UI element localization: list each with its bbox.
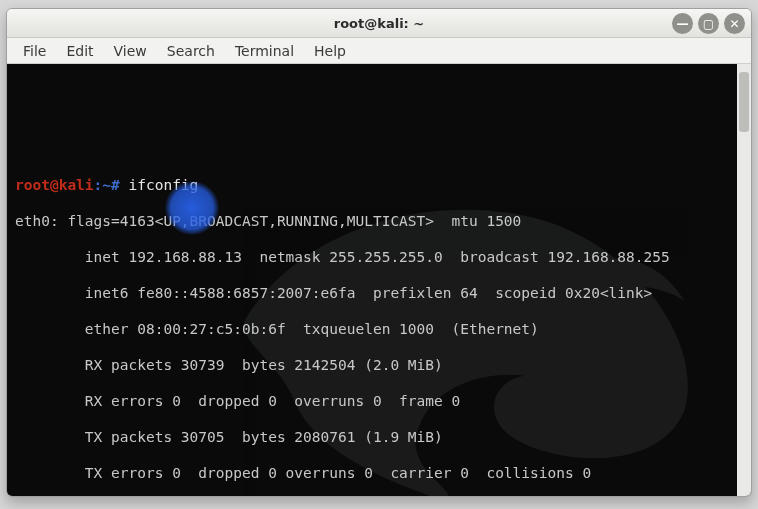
scrollbar-thumb[interactable]: [739, 72, 749, 132]
menu-view[interactable]: View: [104, 40, 157, 62]
titlebar: root@kali: ~ — ▢ ✕: [7, 9, 751, 38]
line-eth0-txp: TX packets 30705 bytes 2080761 (1.9 MiB): [15, 428, 729, 446]
line-eth0-txe: TX errors 0 dropped 0 overruns 0 carrier…: [15, 464, 729, 482]
window-controls: — ▢ ✕: [672, 13, 745, 34]
close-button[interactable]: ✕: [724, 13, 745, 34]
menu-terminal[interactable]: Terminal: [225, 40, 304, 62]
line-eth0-header: eth0: flags=4163<UP,BROADCAST,RUNNING,MU…: [15, 212, 729, 230]
line-eth0-ether: ether 08:00:27:c5:0b:6f txqueuelen 1000 …: [15, 320, 729, 338]
maximize-button[interactable]: ▢: [698, 13, 719, 34]
menu-search[interactable]: Search: [157, 40, 225, 62]
scrollbar[interactable]: [737, 64, 751, 496]
terminal-window: root@kali: ~ — ▢ ✕ File Edit View Search…: [6, 8, 752, 497]
prompt-user-host: root@kali: [15, 177, 94, 193]
terminal-panel: root@kali:~# ifconfig eth0: flags=4163<U…: [7, 64, 751, 496]
menu-file[interactable]: File: [13, 40, 56, 62]
menu-edit[interactable]: Edit: [56, 40, 103, 62]
menubar: File Edit View Search Terminal Help: [7, 38, 751, 64]
cmd-ifconfig: ifconfig: [129, 177, 199, 193]
line-eth0-rxp: RX packets 30739 bytes 2142504 (2.0 MiB): [15, 356, 729, 374]
menu-help[interactable]: Help: [304, 40, 356, 62]
window-title: root@kali: ~: [334, 16, 424, 31]
line-prompt-1: root@kali:~# ifconfig: [15, 176, 729, 194]
line-eth0-rxe: RX errors 0 dropped 0 overruns 0 frame 0: [15, 392, 729, 410]
minimize-button[interactable]: —: [672, 13, 693, 34]
line-eth0-inet: inet 192.168.88.13 netmask 255.255.255.0…: [15, 248, 729, 266]
prompt-path: :~#: [94, 177, 120, 193]
terminal-output[interactable]: root@kali:~# ifconfig eth0: flags=4163<U…: [7, 64, 737, 496]
line-eth0-inet6: inet6 fe80::4588:6857:2007:e6fa prefixle…: [15, 284, 729, 302]
